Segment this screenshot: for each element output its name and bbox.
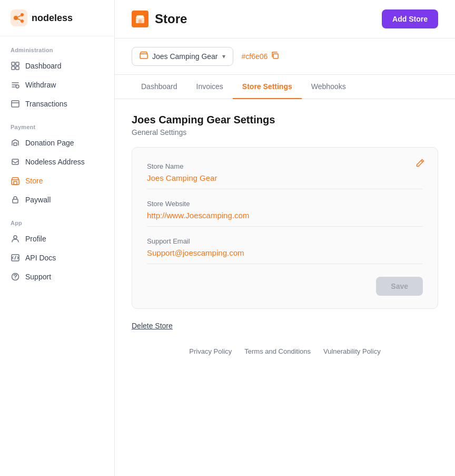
address-icon bbox=[11, 157, 20, 167]
support-icon bbox=[11, 272, 20, 281]
settings-content: Joes Camping Gear Settings General Setti… bbox=[115, 99, 455, 381]
sidebar-nodeless-address-label: Nodeless Address bbox=[25, 158, 85, 166]
sidebar-item-profile[interactable]: Profile bbox=[0, 229, 114, 248]
section-label-payment: Payment bbox=[0, 113, 114, 133]
store-icon bbox=[11, 176, 20, 186]
add-store-button[interactable]: Add Store bbox=[382, 9, 438, 28]
delete-store-link[interactable]: Delete Store bbox=[132, 322, 173, 330]
paywall-icon bbox=[11, 195, 20, 205]
svg-rect-11 bbox=[12, 101, 19, 107]
store-name-value: Joes Camping Gear bbox=[147, 173, 423, 189]
store-selector-icon bbox=[140, 51, 148, 62]
tab-store-settings[interactable]: Store Settings bbox=[233, 75, 302, 99]
svg-rect-15 bbox=[12, 180, 19, 184]
sidebar: nodeless Administration Dashboard Withdr… bbox=[0, 0, 115, 476]
settings-section-label: General Settings bbox=[132, 128, 438, 137]
svg-point-21 bbox=[15, 278, 16, 279]
svg-rect-23 bbox=[139, 20, 142, 23]
svg-point-18 bbox=[14, 236, 17, 239]
main-content: Store Add Store Joes Camping Gear ▾ #cf6… bbox=[115, 0, 455, 476]
sidebar-api-docs-label: API Docs bbox=[25, 254, 56, 262]
sidebar-item-nodeless-address[interactable]: Nodeless Address bbox=[0, 152, 114, 171]
sidebar-dashboard-label: Dashboard bbox=[25, 62, 62, 70]
sidebar-item-donation-page[interactable]: Donation Page bbox=[0, 133, 114, 152]
copy-icon[interactable] bbox=[271, 51, 279, 62]
logo-area: nodeless bbox=[0, 0, 114, 36]
svg-point-10 bbox=[16, 85, 19, 88]
logo-text: nodeless bbox=[32, 13, 73, 24]
transactions-icon bbox=[11, 99, 20, 109]
support-email-field: Support Email Support@joescamping.com bbox=[147, 237, 423, 264]
svg-rect-16 bbox=[14, 181, 17, 184]
sidebar-paywall-label: Paywall bbox=[25, 196, 51, 204]
sidebar-transactions-label: Transactions bbox=[25, 100, 67, 108]
tab-invoices[interactable]: Invoices bbox=[187, 75, 233, 99]
sidebar-profile-label: Profile bbox=[25, 235, 46, 243]
sidebar-item-api-docs[interactable]: API Docs bbox=[0, 248, 114, 267]
store-selector-dropdown[interactable]: Joes Camping Gear ▾ bbox=[132, 47, 233, 66]
settings-page-title: Joes Camping Gear Settings bbox=[132, 114, 438, 126]
sidebar-item-support[interactable]: Support bbox=[0, 267, 114, 286]
grid-icon bbox=[11, 61, 20, 71]
page-title: Store bbox=[155, 12, 187, 26]
svg-point-2 bbox=[21, 13, 24, 16]
header-left: Store bbox=[132, 11, 187, 27]
sidebar-store-label: Store bbox=[25, 177, 43, 185]
nodeless-logo-icon bbox=[11, 9, 27, 26]
section-label-administration: Administration bbox=[0, 36, 114, 56]
svg-rect-13 bbox=[14, 143, 17, 145]
api-icon bbox=[11, 253, 20, 263]
settings-card: Store Name Joes Camping Gear Store Websi… bbox=[132, 147, 438, 309]
sidebar-support-label: Support bbox=[25, 273, 51, 281]
svg-rect-0 bbox=[11, 9, 27, 26]
svg-rect-8 bbox=[12, 66, 15, 70]
privacy-policy-link[interactable]: Privacy Policy bbox=[189, 347, 232, 355]
store-color-badge: #cf6e06 bbox=[242, 51, 280, 62]
svg-rect-7 bbox=[16, 62, 19, 65]
tab-webhooks[interactable]: Webhooks bbox=[302, 75, 355, 99]
svg-rect-6 bbox=[12, 62, 15, 65]
section-label-app: App bbox=[0, 209, 114, 229]
color-code-text: #cf6e06 bbox=[242, 52, 268, 61]
sidebar-item-withdraw[interactable]: Withdraw bbox=[0, 75, 114, 94]
sidebar-withdraw-label: Withdraw bbox=[25, 81, 56, 89]
store-name-label-text: Store Name bbox=[147, 162, 423, 170]
withdraw-icon bbox=[11, 80, 20, 90]
save-button[interactable]: Save bbox=[376, 277, 423, 296]
svg-rect-25 bbox=[273, 54, 278, 59]
edit-button[interactable] bbox=[414, 158, 425, 171]
svg-rect-17 bbox=[13, 199, 18, 203]
sidebar-item-dashboard[interactable]: Dashboard bbox=[0, 56, 114, 75]
store-website-label-text: Store Website bbox=[147, 200, 423, 208]
footer-links: Privacy Policy Terms and Conditions Vuln… bbox=[132, 331, 438, 366]
support-email-label-text: Support Email bbox=[147, 237, 423, 245]
svg-point-1 bbox=[14, 16, 18, 20]
terms-link[interactable]: Terms and Conditions bbox=[244, 347, 311, 355]
store-name-label: Joes Camping Gear bbox=[152, 52, 218, 61]
store-website-value: http://www.Joescamping.com bbox=[147, 211, 423, 227]
svg-rect-9 bbox=[16, 66, 19, 70]
tabs-bar: Dashboard Invoices Store Settings Webhoo… bbox=[115, 75, 455, 99]
main-header: Store Add Store bbox=[115, 0, 455, 38]
support-email-value: Support@joescamping.com bbox=[147, 248, 423, 264]
donation-icon bbox=[11, 138, 20, 148]
sidebar-item-paywall[interactable]: Paywall bbox=[0, 190, 114, 209]
vulnerability-policy-link[interactable]: Vulnerability Policy bbox=[323, 347, 381, 355]
sidebar-item-store[interactable]: Store bbox=[0, 171, 114, 190]
sidebar-donation-label: Donation Page bbox=[25, 139, 74, 147]
svg-rect-24 bbox=[140, 54, 147, 59]
chevron-down-icon: ▾ bbox=[222, 53, 225, 60]
header-store-icon bbox=[132, 11, 149, 27]
svg-point-3 bbox=[21, 20, 24, 23]
store-website-field: Store Website http://www.Joescamping.com bbox=[147, 200, 423, 227]
profile-icon bbox=[11, 234, 20, 244]
tab-dashboard[interactable]: Dashboard bbox=[132, 75, 187, 99]
sidebar-item-transactions[interactable]: Transactions bbox=[0, 94, 114, 113]
store-bar: Joes Camping Gear ▾ #cf6e06 bbox=[115, 38, 455, 75]
store-name-field: Store Name Joes Camping Gear bbox=[147, 162, 423, 189]
